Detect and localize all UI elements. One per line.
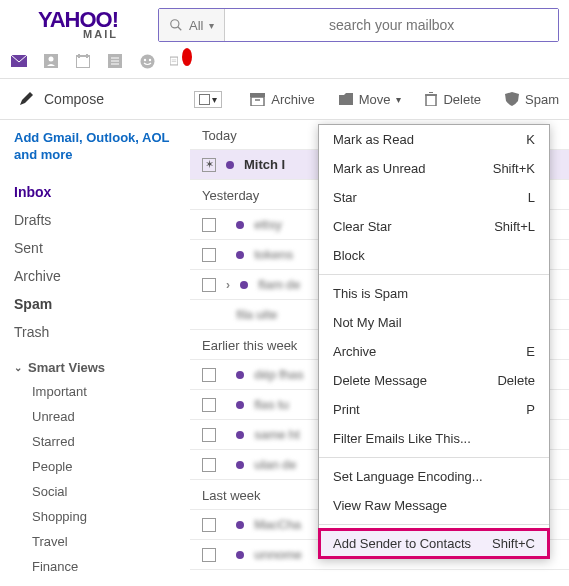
ctx-spam[interactable]: This is Spam — [319, 279, 549, 308]
folder-icon — [339, 93, 353, 105]
search-filter[interactable]: All ▾ — [159, 9, 225, 41]
sidebar: Add Gmail, Outlook, AOL and more Inbox D… — [0, 120, 190, 582]
svg-point-12 — [140, 54, 154, 68]
news-icon[interactable] — [170, 52, 188, 70]
folder-inbox[interactable]: Inbox — [14, 178, 190, 206]
search-filter-label: All — [189, 18, 203, 33]
checkbox[interactable] — [202, 428, 216, 442]
ctx-archive[interactable]: ArchiveE — [319, 337, 549, 366]
mail-icon[interactable] — [10, 52, 28, 70]
add-account-link[interactable]: Add Gmail, Outlook, AOL and more — [14, 130, 190, 164]
chevron-down-icon: ⌄ — [14, 362, 22, 373]
unread-dot-icon — [236, 431, 244, 439]
trash-icon — [425, 92, 437, 106]
svg-rect-21 — [426, 95, 436, 106]
search-bar[interactable]: All ▾ — [158, 8, 559, 42]
ctx-print[interactable]: PrintP — [319, 395, 549, 424]
unread-dot-icon — [236, 461, 244, 469]
folder-drafts[interactable]: Drafts — [14, 206, 190, 234]
ctx-language[interactable]: Set Language Encoding... — [319, 462, 549, 491]
folder-spam[interactable]: Spam — [14, 290, 190, 318]
smart-social[interactable]: Social — [14, 479, 190, 504]
smart-starred[interactable]: Starred — [14, 429, 190, 454]
message-list: Today ✶ Mitch I Yesterday ettsy tokens ›… — [190, 120, 569, 582]
yahoo-logo: YAHOO! MAIL — [38, 10, 118, 40]
ctx-mark-read[interactable]: Mark as ReadK — [319, 125, 549, 154]
unread-dot-icon — [236, 401, 244, 409]
checkbox[interactable] — [202, 248, 216, 262]
move-button[interactable]: Move ▾ — [329, 92, 412, 107]
smart-views-header[interactable]: ⌄Smart Views — [14, 352, 190, 379]
contacts-icon[interactable] — [42, 52, 60, 70]
archive-button[interactable]: Archive — [240, 92, 324, 107]
folder-trash[interactable]: Trash — [14, 318, 190, 346]
delete-label: Delete — [443, 92, 481, 107]
ctx-block[interactable]: Block — [319, 241, 549, 270]
notepad-icon[interactable] — [106, 52, 124, 70]
pencil-icon — [18, 91, 34, 107]
move-label: Move — [359, 92, 391, 107]
sender: unnome — [254, 547, 302, 562]
checkbox[interactable] — [202, 398, 216, 412]
checkbox[interactable] — [202, 218, 216, 232]
search-icon — [169, 18, 183, 32]
unread-dot-icon — [236, 551, 244, 559]
unread-dot-icon — [236, 371, 244, 379]
delete-button[interactable]: Delete — [415, 92, 491, 107]
search-input[interactable] — [225, 9, 558, 41]
unread-dot-icon — [236, 251, 244, 259]
chevron-down-icon: ▾ — [396, 94, 401, 105]
select-all[interactable]: ▾ — [194, 91, 222, 108]
folder-archive[interactable]: Archive — [14, 262, 190, 290]
folder-sent[interactable]: Sent — [14, 234, 190, 262]
checkbox[interactable] — [202, 278, 216, 292]
smart-unread[interactable]: Unread — [14, 404, 190, 429]
shield-icon — [505, 92, 519, 106]
calendar-icon[interactable] — [74, 52, 92, 70]
ctx-clear-star[interactable]: Clear StarShift+L — [319, 212, 549, 241]
smart-finance[interactable]: Finance — [14, 554, 190, 579]
ctx-raw[interactable]: View Raw Message — [319, 491, 549, 520]
sender: MacCha — [254, 517, 301, 532]
checkbox[interactable] — [202, 518, 216, 532]
smart-important[interactable]: Important — [14, 379, 190, 404]
svg-point-0 — [171, 20, 179, 28]
sender: Mitch I — [244, 157, 285, 172]
smart-travel[interactable]: Travel — [14, 529, 190, 554]
sender: same ht — [254, 427, 300, 442]
archive-icon — [250, 93, 265, 106]
archive-label: Archive — [271, 92, 314, 107]
ctx-filter[interactable]: Filter Emails Like This... — [319, 424, 549, 453]
thread-arrow-icon: › — [226, 278, 230, 292]
checkbox[interactable] — [202, 548, 216, 562]
unread-dot-icon — [240, 281, 248, 289]
context-menu: Mark as ReadK Mark as UnreadShift+K Star… — [318, 124, 550, 559]
ctx-star[interactable]: StarL — [319, 183, 549, 212]
checkbox[interactable]: ✶ — [202, 158, 216, 172]
svg-rect-19 — [251, 97, 264, 106]
ctx-mark-unread[interactable]: Mark as UnreadShift+K — [319, 154, 549, 183]
unread-dot-icon — [226, 161, 234, 169]
spam-button[interactable]: Spam — [495, 92, 569, 107]
sender: flas tu — [254, 397, 289, 412]
ctx-add-sender[interactable]: Add Sender to ContactsShift+C — [319, 529, 549, 558]
checkbox[interactable] — [202, 368, 216, 382]
unread-dot-icon — [236, 221, 244, 229]
svg-point-4 — [49, 57, 54, 62]
unread-dot-icon — [236, 521, 244, 529]
sender: ulan de — [254, 457, 296, 472]
chevron-down-icon: ▾ — [209, 20, 214, 31]
sender: dép fhas — [254, 367, 303, 382]
smart-people[interactable]: People — [14, 454, 190, 479]
ctx-delete[interactable]: Delete MessageDelete — [319, 366, 549, 395]
ctx-not-my-mail[interactable]: Not My Mail — [319, 308, 549, 337]
messenger-icon[interactable] — [138, 52, 156, 70]
checkbox[interactable] — [202, 458, 216, 472]
sender: ettsy — [254, 217, 282, 232]
notification-badge — [182, 48, 192, 66]
app-icon-bar — [0, 46, 569, 78]
compose-button[interactable]: Compose — [0, 91, 180, 107]
svg-rect-15 — [170, 57, 178, 65]
smart-shopping[interactable]: Shopping — [14, 504, 190, 529]
compose-label: Compose — [44, 91, 104, 107]
